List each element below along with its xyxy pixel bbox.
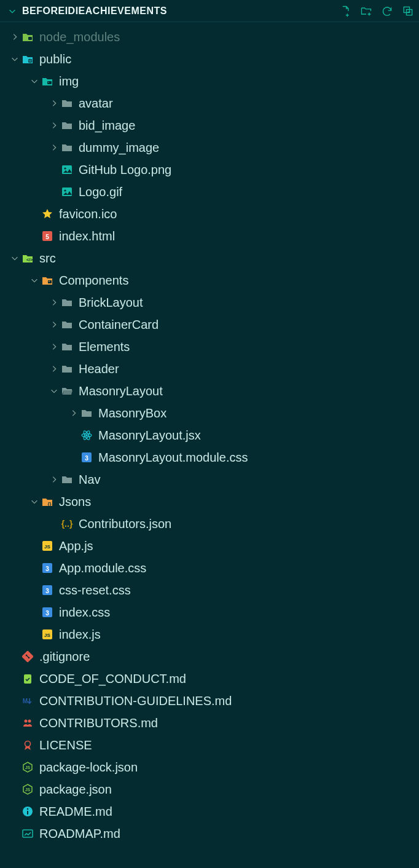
tree-item[interactable]: dummy_image	[0, 136, 419, 159]
people-icon	[21, 716, 34, 730]
tree-item-label: img	[59, 74, 79, 89]
react-icon	[80, 428, 93, 442]
tree-item[interactable]: GitHub Logo.png	[0, 159, 419, 181]
tree-item-label: Components	[59, 274, 128, 288]
chevron-down-icon[interactable]	[9, 55, 21, 63]
chevron-right-icon[interactable]	[48, 99, 60, 108]
folder-img-icon	[41, 74, 54, 88]
chevron-down-icon[interactable]	[48, 387, 60, 395]
tree-item-label: LICENSE	[39, 738, 92, 752]
tree-item-label: Nav	[79, 473, 101, 487]
folder-icon	[60, 340, 74, 353]
tree-item-label: CONTRIBUTION-GUIDELINES.md	[39, 694, 232, 708]
tree-item-label: MasonryLayout	[79, 384, 163, 398]
tree-item-label: CONTRIBUTORS.md	[39, 716, 158, 730]
tree-item-label: GitHub Logo.png	[79, 163, 171, 177]
tree-item[interactable]: Components	[0, 269, 419, 291]
tree-item-label: index.css	[59, 606, 110, 620]
tree-item[interactable]: favicon.ico	[0, 203, 419, 225]
js-icon	[41, 628, 54, 641]
tree-item[interactable]: img	[0, 70, 419, 92]
md-arrow-icon	[21, 694, 34, 708]
folder-icon	[60, 119, 74, 132]
chevron-right-icon[interactable]	[48, 320, 60, 329]
tree-item[interactable]: index.css	[0, 601, 419, 623]
tree-item[interactable]: Header	[0, 358, 419, 380]
tree-item[interactable]: Logo.gif	[0, 181, 419, 203]
tree-item[interactable]: bid_image	[0, 114, 419, 136]
tree-item[interactable]: css-reset.css	[0, 579, 419, 601]
tree-item[interactable]: Jsons	[0, 491, 419, 513]
tree-item[interactable]: App.module.css	[0, 557, 419, 579]
folder-icon	[60, 318, 74, 331]
chevron-right-icon[interactable]	[48, 365, 60, 373]
image-icon	[60, 185, 74, 199]
node-icon	[21, 760, 34, 774]
chevron-down-icon[interactable]	[9, 254, 21, 262]
node-icon	[21, 783, 34, 796]
chevron-right-icon[interactable]	[48, 298, 60, 307]
tree-item[interactable]: avatar	[0, 92, 419, 114]
collapse-all-icon[interactable]	[402, 5, 414, 17]
chevron-right-icon[interactable]	[48, 121, 60, 130]
chevron-right-icon[interactable]	[68, 409, 80, 417]
tree-item[interactable]: MasonryLayout.module.css	[0, 446, 419, 468]
tree-item[interactable]: MasonryBox	[0, 402, 419, 424]
tree-item-label: BrickLayout	[79, 296, 143, 310]
chevron-down-icon[interactable]	[6, 7, 18, 15]
chevron-down-icon[interactable]	[28, 276, 41, 285]
tree-item[interactable]: src	[0, 247, 419, 269]
tree-item[interactable]: LICENSE	[0, 734, 419, 756]
tree-item-label: favicon.ico	[59, 207, 117, 221]
folder-src-icon	[21, 251, 34, 265]
chevron-right-icon[interactable]	[9, 33, 21, 41]
tree-item-label: CODE_OF_CONDUCT.md	[39, 672, 186, 686]
tree-item[interactable]: Elements	[0, 336, 419, 358]
tree-item[interactable]: node_modules	[0, 26, 419, 48]
refresh-icon[interactable]	[381, 5, 393, 17]
tree-item-label: Header	[79, 362, 119, 376]
tree-item[interactable]: App.js	[0, 535, 419, 557]
tree-item-label: ROADMAP.md	[39, 827, 120, 841]
tree-item[interactable]: README.md	[0, 800, 419, 823]
tree-item[interactable]: package.json	[0, 778, 419, 800]
info-icon	[21, 805, 34, 818]
tree-item[interactable]: Contributors.json	[0, 513, 419, 535]
tree-item-label: src	[39, 251, 56, 266]
file-tree: node_modulespublicimgavatarbid_imagedumm…	[0, 22, 419, 845]
tree-item[interactable]: Nav	[0, 468, 419, 491]
new-file-icon[interactable]	[339, 5, 351, 17]
chevron-down-icon[interactable]	[28, 497, 41, 506]
tree-item[interactable]: ContainerCard	[0, 314, 419, 336]
css-icon	[41, 561, 54, 575]
project-title: BEFOREIDIEACHIEVEMENTS	[22, 6, 167, 17]
chevron-right-icon[interactable]	[48, 475, 60, 484]
tree-item[interactable]: ROADMAP.md	[0, 823, 419, 845]
folder-json-icon	[41, 495, 54, 508]
new-folder-icon[interactable]	[360, 5, 372, 17]
tree-item-label: package.json	[39, 783, 112, 797]
tree-item[interactable]: CONTRIBUTORS.md	[0, 712, 419, 734]
folder-nm-icon	[21, 30, 34, 44]
tree-item[interactable]: .gitignore	[0, 645, 419, 668]
folder-icon	[60, 97, 74, 110]
tree-item[interactable]: BrickLayout	[0, 291, 419, 314]
folder-icon	[60, 362, 74, 376]
tree-item-label: App.module.css	[59, 561, 146, 575]
tree-item-label: dummy_image	[79, 141, 159, 155]
chevron-right-icon[interactable]	[48, 143, 60, 152]
tree-item-label: Elements	[79, 340, 130, 354]
folder-icon	[60, 473, 74, 486]
tree-item[interactable]: package-lock.json	[0, 756, 419, 778]
tree-item[interactable]: CONTRIBUTION-GUIDELINES.md	[0, 690, 419, 712]
image-icon	[60, 163, 74, 176]
tree-item[interactable]: index.js	[0, 623, 419, 645]
chevron-down-icon[interactable]	[28, 77, 41, 85]
tree-item[interactable]: MasonryLayout.jsx	[0, 424, 419, 446]
tree-item[interactable]: CODE_OF_CONDUCT.md	[0, 668, 419, 690]
tree-item[interactable]: index.html	[0, 225, 419, 247]
tree-item[interactable]: MasonryLayout	[0, 380, 419, 402]
tree-item[interactable]: public	[0, 48, 419, 70]
explorer-header: BEFOREIDIEACHIEVEMENTS	[0, 0, 419, 22]
chevron-right-icon[interactable]	[48, 342, 60, 351]
